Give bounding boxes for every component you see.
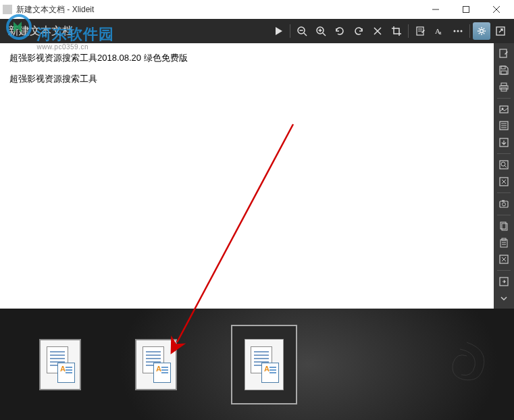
svg-point-22 <box>480 30 484 33</box>
svg-point-20 <box>457 30 459 32</box>
window-title: 新建文本文档 - Xlideit <box>16 4 94 16</box>
fit-button[interactable] <box>496 174 511 189</box>
list-button[interactable] <box>496 118 511 133</box>
camera-button[interactable] <box>496 196 511 211</box>
save-button[interactable] <box>496 63 511 78</box>
close-button[interactable] <box>481 0 511 19</box>
rotate-cw-button[interactable] <box>350 22 367 40</box>
copy-button[interactable] <box>496 219 511 234</box>
svg-rect-43 <box>502 200 505 201</box>
document-content: 超强影视资源搜索工具2018.08.20 绿色免费版 超强影视资源搜索工具 <box>0 43 494 309</box>
settings-button[interactable] <box>473 22 490 40</box>
export-button[interactable] <box>496 135 511 150</box>
svg-line-39 <box>505 166 507 168</box>
separator <box>408 24 409 38</box>
separator <box>469 24 470 38</box>
svg-point-21 <box>461 30 463 32</box>
separator <box>497 215 511 215</box>
window-titlebar: 新建文本文档 - Xlideit <box>0 0 514 19</box>
decorative-swirl <box>433 329 500 396</box>
separator <box>497 270 511 271</box>
chevron-down-button[interactable] <box>496 291 511 306</box>
separator <box>497 192 511 193</box>
external-button[interactable] <box>492 22 509 40</box>
text-button[interactable]: Aa <box>430 22 448 40</box>
thumbnail-2[interactable] <box>135 339 177 390</box>
app-icon <box>3 5 12 14</box>
maximize-button[interactable] <box>451 0 481 19</box>
svg-rect-27 <box>501 83 507 86</box>
content-line-1: 超强影视资源搜索工具2018.08.20 绿色免费版 <box>9 50 484 65</box>
document-title: 新建文本文档 <box>8 24 73 38</box>
zoom-in-button[interactable] <box>312 22 330 40</box>
minimize-button[interactable] <box>420 0 451 19</box>
svg-rect-2 <box>463 7 469 13</box>
svg-rect-26 <box>501 71 507 74</box>
svg-point-19 <box>454 30 456 32</box>
thumbnail-1[interactable] <box>39 339 81 390</box>
print-button[interactable] <box>496 80 511 95</box>
svg-text:a: a <box>439 30 442 36</box>
crop-button[interactable] <box>388 22 405 40</box>
more-button[interactable] <box>449 22 467 40</box>
edit-tool-button[interactable] <box>496 46 511 61</box>
svg-point-42 <box>503 203 506 206</box>
search-button[interactable] <box>496 157 511 172</box>
thumbnail-3-selected[interactable] <box>231 325 297 404</box>
delete-button[interactable] <box>369 22 386 40</box>
paste-button[interactable] <box>496 236 511 251</box>
separator <box>497 98 511 99</box>
edit-button[interactable] <box>411 22 429 40</box>
content-line-2: 超强影视资源搜索工具 <box>9 71 484 86</box>
image-button[interactable] <box>496 102 511 117</box>
right-toolbar <box>494 43 514 309</box>
thumbnail-panel <box>0 309 514 420</box>
svg-point-38 <box>501 162 505 166</box>
svg-line-9 <box>323 33 326 36</box>
top-toolbar: 新建文本文档 Aa <box>0 19 514 43</box>
separator <box>290 24 290 38</box>
rotate-ccw-button[interactable] <box>331 22 349 40</box>
svg-rect-41 <box>500 201 508 207</box>
move-button[interactable] <box>496 274 511 289</box>
play-button[interactable] <box>269 22 287 40</box>
svg-rect-46 <box>500 240 507 247</box>
separator <box>497 153 511 154</box>
zoom-out-button[interactable] <box>293 22 311 40</box>
svg-line-6 <box>304 33 307 36</box>
trash-button[interactable] <box>496 252 511 267</box>
